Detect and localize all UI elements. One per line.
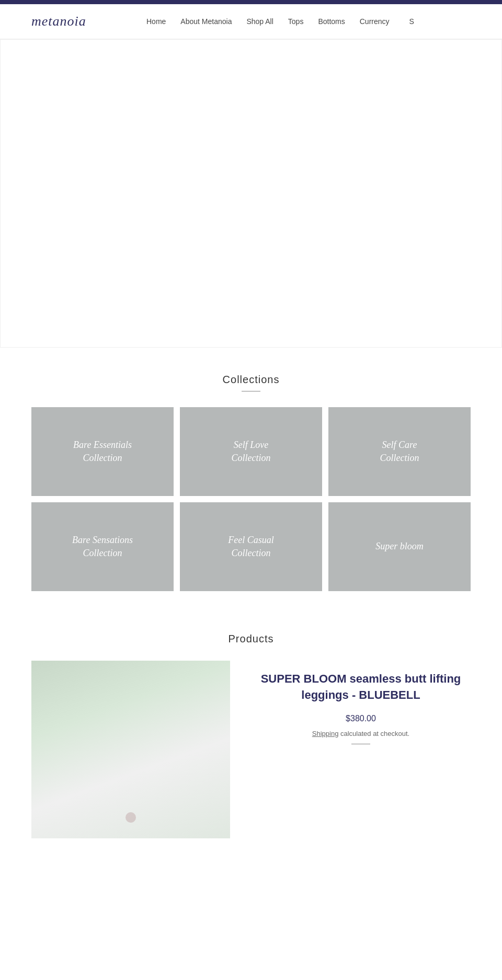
nav-about[interactable]: About Metanoia <box>180 17 232 26</box>
nav-currency[interactable]: Currency <box>360 17 390 26</box>
hero-section <box>0 39 502 348</box>
product-info: SUPER BLOOM seamless butt lifting leggin… <box>251 661 471 838</box>
nav-tops[interactable]: Tops <box>288 17 304 26</box>
nav-shop-all[interactable]: Shop All <box>246 17 273 26</box>
collection-card-bare-sensations[interactable]: Bare SensationsCollection <box>31 502 174 591</box>
products-title: Products <box>31 633 471 645</box>
product-price: $380.00 <box>251 714 471 723</box>
products-section: Products SUPER BLOOM seamless butt lifti… <box>0 612 502 859</box>
collection-card-feel-casual[interactable]: Feel CasualCollection <box>180 502 322 591</box>
collections-title: Collections <box>31 374 471 386</box>
collection-card-super-bloom[interactable]: Super bloom <box>328 502 471 591</box>
main-nav: Home About Metanoia Shop All Tops Bottom… <box>146 17 414 26</box>
product-image-inner <box>31 661 230 838</box>
collections-grid: Bare EssentialsCollection Self LoveColle… <box>31 407 471 591</box>
nav-home[interactable]: Home <box>146 17 166 26</box>
products-grid: SUPER BLOOM seamless butt lifting leggin… <box>31 661 471 838</box>
collection-label-super-bloom: Super bloom <box>370 535 429 558</box>
collection-label-bare-essentials: Bare EssentialsCollection <box>68 433 137 470</box>
collection-label-self-care: Self CareCollection <box>375 433 425 470</box>
nav-extra: S <box>409 17 414 26</box>
shipping-link[interactable]: Shipping <box>312 730 339 737</box>
product-title[interactable]: SUPER BLOOM seamless butt lifting leggin… <box>251 671 471 704</box>
collection-label-bare-sensations: Bare SensationsCollection <box>67 528 138 565</box>
collection-label-feel-casual: Feel CasualCollection <box>223 528 279 565</box>
nav-bottoms[interactable]: Bottoms <box>318 17 345 26</box>
brand-logo[interactable]: metanoia <box>31 14 115 29</box>
header: metanoia Home About Metanoia Shop All To… <box>0 4 502 39</box>
collection-card-bare-essentials[interactable]: Bare EssentialsCollection <box>31 407 174 496</box>
top-banner <box>0 0 502 4</box>
collection-label-self-love: Self LoveCollection <box>226 433 276 470</box>
collection-card-self-care[interactable]: Self CareCollection <box>328 407 471 496</box>
collections-divider <box>242 391 260 391</box>
product-shipping: Shipping calculated at checkout. <box>251 730 471 737</box>
collection-card-self-love[interactable]: Self LoveCollection <box>180 407 322 496</box>
product-divider <box>351 744 370 744</box>
shipping-text: calculated at checkout. <box>338 730 409 737</box>
collections-section: Collections Bare EssentialsCollection Se… <box>0 348 502 612</box>
product-image[interactable] <box>31 661 230 838</box>
